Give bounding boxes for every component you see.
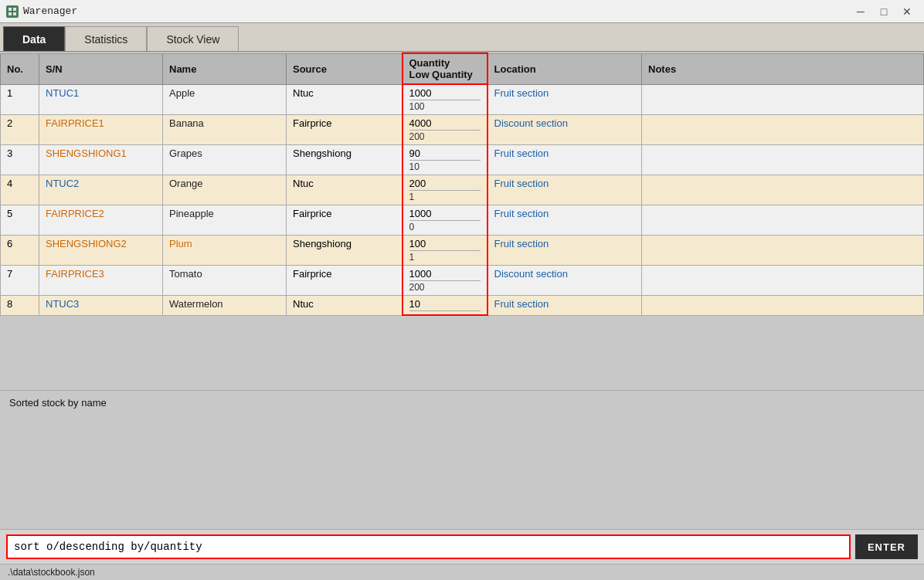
cell-location: Fruit section [487, 84, 642, 115]
cell-no: 8 [1, 296, 39, 316]
col-header-quantity: Quantity Low Quantity [403, 53, 487, 84]
cell-location: Fruit section [487, 145, 642, 175]
table-row: 5 FAIRPRICE2 Pineapple Fairprice 1000 0 … [1, 205, 924, 236]
cell-name: Pineapple [163, 205, 287, 236]
table-wrapper: No. S/N Name Source Quantity [0, 53, 924, 390]
cell-sn: SHENGSHIONG2 [39, 236, 163, 266]
cell-notes [642, 115, 924, 145]
table-row: 2 FAIRPRICE1 Banana Fairprice 4000 200 D… [1, 115, 924, 145]
main-content: No. S/N Name Source Quantity [0, 53, 924, 529]
cell-sn: SHENGSHIONG1 [39, 145, 163, 175]
cell-name: Orange [163, 175, 287, 205]
cell-quantity: 100 1 [403, 236, 487, 266]
app-title: Warenager [23, 5, 77, 17]
cell-notes [642, 266, 924, 296]
cell-sn: NTUC3 [39, 296, 163, 316]
cell-quantity: 1000 200 [403, 266, 487, 296]
cell-source: Fairprice [287, 266, 403, 296]
col-header-source: Source [287, 53, 403, 84]
table-row: 6 SHENGSHIONG2 Plum Shengshiong 100 1 Fr… [1, 236, 924, 266]
cell-notes [642, 296, 924, 316]
cell-name: Tomato [163, 266, 287, 296]
cell-no: 4 [1, 175, 39, 205]
cell-no: 7 [1, 266, 39, 296]
status-message: Sorted stock by name [9, 397, 107, 409]
svg-rect-0 [8, 8, 12, 11]
cell-sn: FAIRPRICE2 [39, 205, 163, 236]
cell-notes [642, 175, 924, 205]
cell-location: Discount section [487, 115, 642, 145]
svg-rect-1 [13, 8, 16, 11]
col-header-name: Name [163, 53, 287, 84]
cell-location: Discount section [487, 266, 642, 296]
minimize-button[interactable]: ─ [850, 3, 871, 20]
status-area: Sorted stock by name [0, 390, 924, 529]
cell-location: Fruit section [487, 205, 642, 236]
title-bar-left: Warenager [6, 5, 77, 18]
file-path: .\data\stockbook.json [0, 564, 924, 580]
tab-data[interactable]: Data [3, 26, 65, 51]
col-header-sn: S/N [39, 53, 163, 84]
app-icon [6, 5, 19, 18]
window-controls: ─ □ ✕ [850, 3, 918, 20]
tab-statistics[interactable]: Statistics [65, 26, 147, 51]
cell-source: Ntuc [287, 84, 403, 115]
table-row: 8 NTUC3 Watermelon Ntuc 10 Fruit section [1, 296, 924, 316]
cell-quantity: 1000 0 [403, 205, 487, 236]
cell-notes [642, 145, 924, 175]
cell-no: 3 [1, 145, 39, 175]
command-input[interactable] [6, 534, 851, 559]
cell-source: Fairprice [287, 115, 403, 145]
table-row: 4 NTUC2 Orange Ntuc 200 1 Fruit section [1, 175, 924, 205]
tab-bar: Data Statistics Stock View [0, 23, 924, 53]
table-row: 3 SHENGSHIONG1 Grapes Shengshiong 90 10 … [1, 145, 924, 175]
col-header-no: No. [1, 53, 39, 84]
cell-name: Apple [163, 84, 287, 115]
cell-sn: FAIRPRICE1 [39, 115, 163, 145]
data-table: No. S/N Name Source Quantity [0, 53, 924, 316]
cell-notes [642, 84, 924, 115]
table-scroll[interactable]: No. S/N Name Source Quantity [0, 53, 924, 390]
cell-location: Fruit section [487, 236, 642, 266]
cell-no: 6 [1, 236, 39, 266]
cell-source: Shengshiong [287, 236, 403, 266]
title-bar: Warenager ─ □ ✕ [0, 0, 924, 23]
cell-no: 2 [1, 115, 39, 145]
cell-no: 1 [1, 84, 39, 115]
cell-location: Fruit section [487, 296, 642, 316]
close-button[interactable]: ✕ [896, 3, 918, 20]
col-header-notes: Notes [642, 53, 924, 84]
table-row: 7 FAIRPRICE3 Tomato Fairprice 1000 200 D… [1, 266, 924, 296]
cell-source: Ntuc [287, 296, 403, 316]
svg-rect-3 [13, 12, 16, 15]
cell-quantity: 200 1 [403, 175, 487, 205]
cell-quantity: 10 [403, 296, 487, 316]
cell-quantity: 1000 100 [403, 84, 487, 115]
cell-name: Grapes [163, 145, 287, 175]
cell-sn: NTUC1 [39, 84, 163, 115]
cell-source: Fairprice [287, 205, 403, 236]
cell-sn: FAIRPRICE3 [39, 266, 163, 296]
table-row: 1 NTUC1 Apple Ntuc 1000 100 Fruit sectio… [1, 84, 924, 115]
col-header-location: Location [487, 53, 642, 84]
cell-source: Shengshiong [287, 145, 403, 175]
cell-name: Plum [163, 236, 287, 266]
tab-stockview[interactable]: Stock View [147, 26, 239, 51]
enter-button[interactable]: ENTER [855, 534, 918, 559]
command-bar: ENTER [0, 529, 924, 564]
cell-notes [642, 205, 924, 236]
cell-quantity: 4000 200 [403, 115, 487, 145]
svg-rect-2 [8, 12, 12, 15]
cell-location: Fruit section [487, 175, 642, 205]
cell-source: Ntuc [287, 175, 403, 205]
maximize-button[interactable]: □ [873, 3, 895, 20]
cell-sn: NTUC2 [39, 175, 163, 205]
table-header-row: No. S/N Name Source Quantity [1, 53, 924, 84]
cell-name: Watermelon [163, 296, 287, 316]
cell-quantity: 90 10 [403, 145, 487, 175]
cell-notes [642, 236, 924, 266]
cell-no: 5 [1, 205, 39, 236]
cell-name: Banana [163, 115, 287, 145]
